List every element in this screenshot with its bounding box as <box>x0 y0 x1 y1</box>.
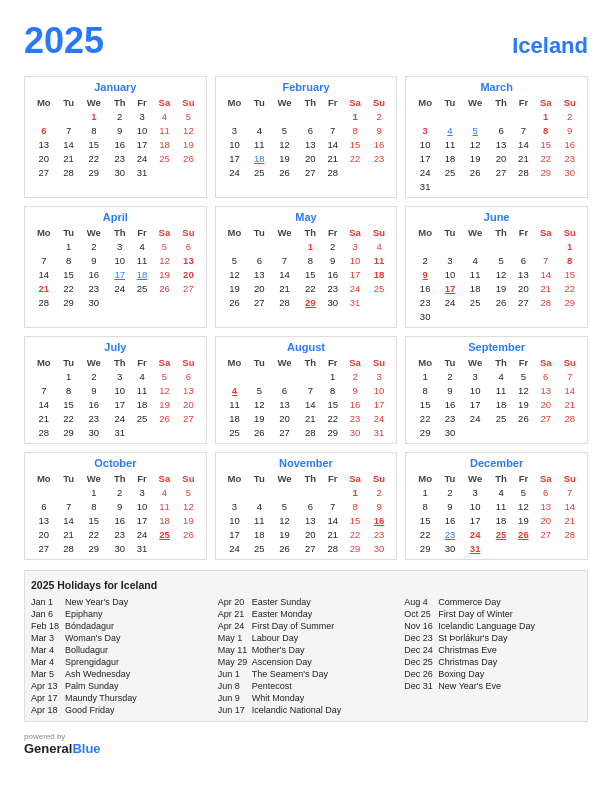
holiday-date: Apr 20 <box>218 597 248 607</box>
cal-day: 13 <box>534 499 557 513</box>
day-header-th: Th <box>108 356 131 369</box>
month-title-february: February <box>221 81 392 93</box>
day-header-th: Th <box>489 356 512 369</box>
cal-day: 25 <box>461 295 489 309</box>
holiday-date: Apr 24 <box>218 621 248 631</box>
cal-day: 12 <box>270 137 298 151</box>
cal-day: 12 <box>176 499 201 513</box>
holiday-name: Boxing Day <box>438 669 484 679</box>
cal-day: 20 <box>299 527 322 541</box>
holiday-name: New Year's Day <box>65 597 128 607</box>
cal-day: 13 <box>248 267 270 281</box>
cal-table-march: MoTuWeThFrSaSu12345678910111213141516171… <box>411 96 582 193</box>
cal-day <box>248 369 270 383</box>
month-title-july: July <box>30 341 201 353</box>
cal-day: 4 <box>461 253 489 267</box>
day-header-mo: Mo <box>30 96 58 109</box>
day-header-su: Su <box>176 96 201 109</box>
cal-day: 1 <box>58 239 80 253</box>
day-header-su: Su <box>367 356 392 369</box>
cal-day: 20 <box>248 281 270 295</box>
cal-day: 29 <box>80 541 108 555</box>
holiday-date: May 11 <box>218 645 248 655</box>
cal-day <box>513 541 534 555</box>
cal-day: 26 <box>270 541 298 555</box>
cal-day: 10 <box>461 383 489 397</box>
day-header-sa: Sa <box>534 472 557 485</box>
day-header-th: Th <box>299 356 322 369</box>
cal-day: 29 <box>534 165 557 179</box>
holiday-name: Commerce Day <box>438 597 501 607</box>
holiday-name: Christmas Day <box>438 657 497 667</box>
cal-day: 7 <box>513 123 534 137</box>
holiday-row: Dec 25Christmas Day <box>404 657 581 667</box>
month-title-october: October <box>30 457 201 469</box>
day-header-sa: Sa <box>343 356 366 369</box>
cal-day: 4 <box>248 499 270 513</box>
cal-day: 26 <box>221 295 249 309</box>
cal-table-october: MoTuWeThFrSaSu12345678910111213141516171… <box>30 472 201 555</box>
cal-day: 18 <box>131 397 152 411</box>
cal-day: 22 <box>80 151 108 165</box>
day-header-sa: Sa <box>153 356 176 369</box>
cal-day: 7 <box>30 253 58 267</box>
cal-day: 18 <box>248 527 270 541</box>
day-header-su: Su <box>367 472 392 485</box>
cal-day: 6 <box>534 485 557 499</box>
cal-day: 4 <box>131 239 152 253</box>
day-header-th: Th <box>299 472 322 485</box>
cal-day: 13 <box>30 513 58 527</box>
cal-day: 15 <box>58 267 80 281</box>
cal-day: 2 <box>108 109 131 123</box>
day-header-tu: Tu <box>248 472 270 485</box>
holiday-name: Labour Day <box>252 633 299 643</box>
cal-day: 4 <box>221 383 249 397</box>
cal-day: 4 <box>153 109 176 123</box>
holiday-date: Apr 18 <box>31 705 61 715</box>
cal-day: 5 <box>176 109 201 123</box>
cal-day: 7 <box>322 123 343 137</box>
holiday-name: Ascension Day <box>252 657 312 667</box>
holiday-row: May 29Ascension Day <box>218 657 395 667</box>
holiday-name: Easter Monday <box>252 609 313 619</box>
cal-day: 19 <box>248 411 270 425</box>
day-header-su: Su <box>557 472 582 485</box>
cal-day: 7 <box>58 499 80 513</box>
cal-day: 14 <box>58 513 80 527</box>
cal-day: 14 <box>557 383 582 397</box>
cal-day: 11 <box>153 123 176 137</box>
cal-day: 25 <box>153 151 176 165</box>
day-header-su: Su <box>176 226 201 239</box>
day-header-tu: Tu <box>58 356 80 369</box>
holiday-name: Icelandic Language Day <box>438 621 535 631</box>
cal-day: 5 <box>270 123 298 137</box>
cal-day: 17 <box>131 137 152 151</box>
month-title-january: January <box>30 81 201 93</box>
cal-day: 2 <box>439 369 461 383</box>
holiday-name: Ash Wednesday <box>65 669 130 679</box>
cal-day: 5 <box>221 253 249 267</box>
holiday-row: Dec 26Boxing Day <box>404 669 581 679</box>
cal-day: 9 <box>80 253 108 267</box>
cal-day: 30 <box>439 425 461 439</box>
cal-day: 8 <box>411 499 439 513</box>
cal-day: 14 <box>322 513 343 527</box>
cal-day: 2 <box>322 239 343 253</box>
cal-day: 8 <box>411 383 439 397</box>
holiday-row: Mar 5Ash Wednesday <box>31 669 208 679</box>
holiday-date: May 1 <box>218 633 248 643</box>
cal-day: 7 <box>30 383 58 397</box>
cal-day <box>557 541 582 555</box>
cal-day: 28 <box>299 425 322 439</box>
cal-day: 13 <box>30 137 58 151</box>
cal-day: 14 <box>30 397 58 411</box>
cal-day <box>534 309 557 323</box>
cal-day: 9 <box>108 499 131 513</box>
cal-day: 5 <box>270 499 298 513</box>
cal-day: 15 <box>411 513 439 527</box>
cal-day: 4 <box>367 239 392 253</box>
cal-day: 20 <box>270 411 298 425</box>
cal-day <box>322 109 343 123</box>
cal-day: 2 <box>367 109 392 123</box>
cal-day: 15 <box>557 267 582 281</box>
